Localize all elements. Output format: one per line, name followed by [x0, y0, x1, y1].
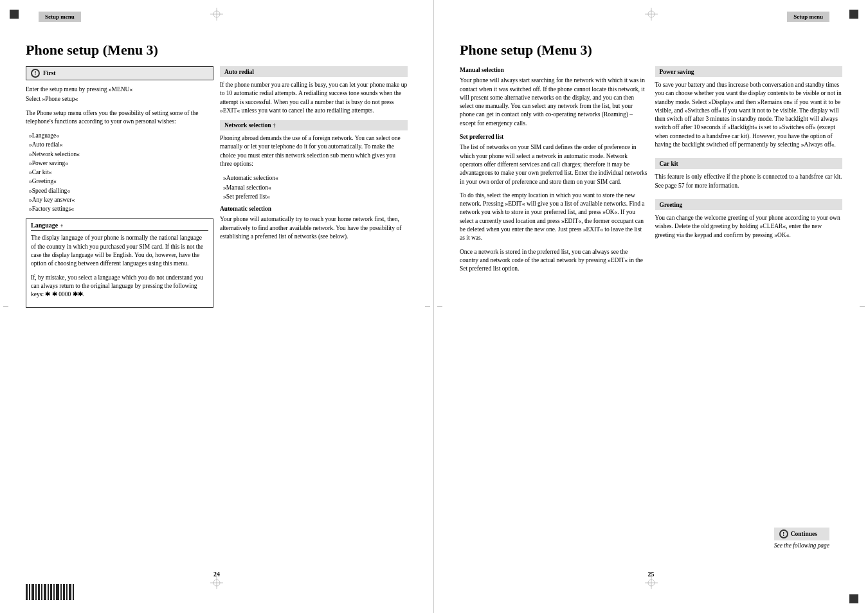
first-box: ! First: [26, 66, 213, 80]
list-item: »Greeting«: [29, 177, 213, 186]
network-body1: Phoning abroad demands the use of a fore…: [220, 134, 408, 168]
side-mark-right: [425, 306, 430, 307]
corner-mark-tl: [10, 10, 19, 19]
power-saving-box: Power saving: [655, 66, 843, 77]
language-body1: The display language of your phone is no…: [31, 234, 208, 268]
automatic-title: Automatic selection: [220, 205, 408, 213]
right-page-right-col: Power saving To save your battery and th…: [655, 66, 843, 279]
continues-see-text: See the following page: [774, 542, 829, 549]
barcode-left: [26, 584, 74, 600]
greeting-body: You can change the welcome greeting of y…: [655, 214, 843, 240]
car-kit-title: Car kit: [660, 161, 678, 167]
right-two-col: Manual selection Your phone will always …: [460, 66, 842, 279]
manual-selection-body: Your phone will always start searching f…: [460, 76, 647, 128]
list-item: »Language«: [29, 131, 213, 140]
right-col: Auto redial If the phone number you are …: [220, 66, 408, 312]
continues-box: ! Continues: [774, 528, 829, 540]
continues-icon: !: [779, 529, 788, 538]
side-mark-right-page-left: [437, 306, 442, 307]
set-preferred-title: Set preferred list: [460, 133, 647, 141]
network-selection-box: Network selection †: [220, 120, 408, 130]
car-kit-body: This feature is only effective if the ph…: [655, 173, 843, 190]
set-preferred-body3: Once a network is stored in the preferre…: [460, 248, 647, 274]
corner-mark-tr: [849, 10, 858, 19]
side-mark-left: [3, 306, 8, 307]
list-item: »Any key answer«: [29, 195, 213, 204]
main-two-col: ! First Enter the setup menu by pressing…: [26, 66, 408, 312]
crosshair-top: [210, 8, 223, 22]
first-box-title: First: [43, 70, 56, 76]
language-section: Language † The display language of your …: [26, 218, 213, 307]
list-item: »Speed dialling«: [29, 186, 213, 195]
list-item: »Car kit«: [29, 168, 213, 177]
corner-mark-br: [849, 594, 858, 603]
power-saving-body: To save your battery and thus increase b…: [655, 81, 843, 149]
crosshair-top-right: [645, 8, 658, 22]
menu-list: »Language« »Auto redial« »Network select…: [29, 131, 213, 213]
page-title-left: Phone setup (Menu 3): [26, 42, 408, 58]
sub-option-1: »Automatic selection«: [223, 173, 408, 182]
alert-icon: !: [31, 69, 40, 78]
crosshair-bottom-left: [210, 576, 223, 591]
left-page: Setup menu Phone setup (Menu 3) ! First …: [0, 0, 434, 613]
side-mark-right-page-right: [860, 306, 865, 307]
greeting-box: Greeting: [655, 199, 843, 210]
language-body2: If, by mistake, you select a language wh…: [31, 274, 208, 299]
right-page-left-col: Manual selection Your phone will always …: [460, 66, 647, 279]
page-title-right: Phone setup (Menu 3): [460, 42, 842, 58]
header-text-right: Setup menu: [793, 13, 823, 20]
power-saving-title: Power saving: [660, 69, 694, 75]
list-item: »Factory settings«: [29, 204, 213, 213]
sub-options: »Automatic selection« »Manual selection«…: [223, 173, 408, 201]
set-preferred-body2: To do this, select the empty location in…: [460, 191, 647, 243]
list-item: »Auto redial«: [29, 140, 213, 149]
language-title: Language †: [31, 222, 208, 231]
automatic-body: Your phone will automatically try to rea…: [220, 215, 408, 241]
header-text-left: Setup menu: [45, 13, 75, 20]
auto-redial-body: If the phone number you are calling is b…: [220, 81, 408, 115]
header-bar-right: Setup menu: [787, 12, 829, 22]
intro-text: The Phone setup menu offers you the poss…: [26, 109, 213, 127]
auto-redial-box: Auto redial: [220, 66, 408, 77]
header-bar-left: Setup menu: [39, 12, 81, 22]
first-box-line2: Select »Phone setup«: [26, 95, 213, 103]
car-kit-box: Car kit: [655, 158, 843, 169]
sub-option-3: »Set preferred list«: [223, 192, 408, 201]
continues-label: Continues: [791, 531, 817, 537]
list-item: »Network selection«: [29, 150, 213, 159]
sub-option-2: »Manual selection«: [223, 183, 408, 192]
crosshair-bottom-right: [645, 576, 658, 591]
auto-redial-title: Auto redial: [224, 69, 254, 75]
right-page: Setup menu Phone setup (Menu 3) Manual s…: [434, 0, 868, 613]
greeting-title: Greeting: [660, 202, 683, 208]
network-selection-title: Network selection: [224, 122, 271, 129]
left-col: ! First Enter the setup menu by pressing…: [26, 66, 213, 312]
manual-selection-title: Manual selection: [460, 66, 647, 75]
set-preferred-body1: The list of networks on your SIM card de…: [460, 143, 647, 186]
continues-area: ! Continues See the following page: [774, 528, 829, 549]
list-item: »Power saving«: [29, 159, 213, 168]
network-sup: †: [273, 123, 276, 129]
first-box-line1: Enter the setup menu by pressing »MENU«: [26, 85, 213, 94]
